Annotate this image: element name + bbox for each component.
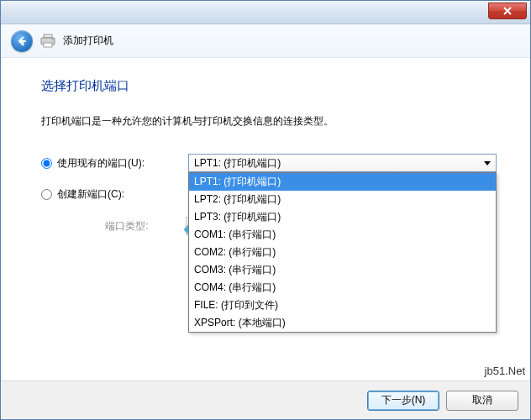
port-option[interactable]: COM1: (串行端口): [189, 226, 496, 244]
port-option[interactable]: COM2: (串行端口): [189, 244, 496, 261]
port-combo[interactable]: LPT1: (打印机端口): [188, 154, 497, 172]
svg-rect-2: [44, 43, 52, 47]
arrow-left-icon: [16, 35, 28, 47]
svg-point-3: [52, 39, 54, 40]
port-option[interactable]: COM3: (串行端口): [189, 261, 496, 279]
port-option[interactable]: LPT2: (打印机端口): [189, 191, 496, 208]
svg-rect-0: [44, 34, 52, 38]
create-new-radio[interactable]: [41, 189, 52, 200]
use-existing-radio[interactable]: [41, 158, 52, 169]
port-dropdown: LPT1: (打印机端口)LPT2: (打印机端口)LPT3: (打印机端口)C…: [188, 172, 497, 333]
close-icon: [503, 7, 512, 15]
source-watermark: jb51.Net: [485, 365, 525, 377]
wizard-window: 添加打印机 选择打印机端口 打印机端口是一种允许您的计算机与打印机交换信息的连接…: [0, 0, 531, 420]
port-combo-value: LPT1: (打印机端口): [194, 156, 281, 171]
port-option[interactable]: COM4: (串行端口): [189, 279, 496, 297]
header-bar: 添加打印机: [1, 24, 530, 58]
next-button[interactable]: 下一步(N): [367, 391, 439, 411]
page-heading: 选择打印机端口: [41, 78, 497, 94]
back-button[interactable]: [11, 30, 33, 52]
port-option[interactable]: FILE: (打印到文件): [189, 297, 496, 314]
page-description: 打印机端口是一种允许您的计算机与打印机交换信息的连接类型。: [41, 114, 497, 129]
content-area: 选择打印机端口 打印机端口是一种允许您的计算机与打印机交换信息的连接类型。 使用…: [1, 58, 530, 235]
titlebar: [1, 1, 530, 24]
create-new-label: 创建新端口(C):: [57, 187, 124, 202]
port-option[interactable]: XPSPort: (本地端口): [189, 314, 496, 332]
port-type-label: 端口类型:: [41, 219, 186, 234]
printer-icon: [39, 34, 56, 49]
close-button[interactable]: [488, 3, 527, 19]
use-existing-label: 使用现有的端口(U):: [57, 156, 145, 171]
cancel-button[interactable]: 取消: [446, 391, 518, 411]
window-title: 添加打印机: [63, 34, 113, 48]
footer-bar: 下一步(N) 取消: [1, 381, 530, 419]
port-option[interactable]: LPT3: (打印机端口): [189, 208, 496, 226]
use-existing-row: 使用现有的端口(U): LPT1: (打印机端口) LPT1: (打印机端口)L…: [41, 154, 497, 172]
port-option[interactable]: LPT1: (打印机端口): [189, 173, 496, 191]
